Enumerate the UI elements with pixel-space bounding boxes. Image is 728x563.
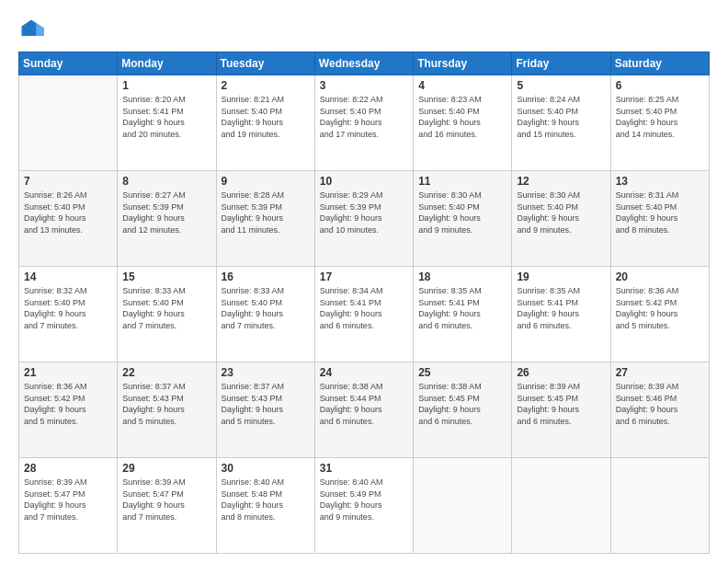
day-number: 9 (222, 175, 310, 188)
day-number: 8 (122, 175, 210, 188)
logo-icon (18, 17, 44, 42)
day-info: Sunrise: 8:36 AM Sunset: 5:42 PM Dayligh… (616, 285, 704, 331)
calendar-cell: 21Sunrise: 8:36 AM Sunset: 5:42 PM Dayli… (19, 362, 118, 458)
calendar-cell: 3Sunrise: 8:22 AM Sunset: 5:40 PM Daylig… (314, 75, 413, 171)
day-number: 7 (24, 175, 112, 188)
day-number: 18 (418, 270, 506, 283)
calendar-cell: 2Sunrise: 8:21 AM Sunset: 5:40 PM Daylig… (216, 75, 314, 171)
week-row-5: 28Sunrise: 8:39 AM Sunset: 5:47 PM Dayli… (19, 458, 710, 554)
calendar-cell: 5Sunrise: 8:24 AM Sunset: 5:40 PM Daylig… (512, 75, 610, 171)
day-number: 1 (122, 79, 210, 92)
calendar-cell (19, 75, 118, 171)
day-info: Sunrise: 8:33 AM Sunset: 5:40 PM Dayligh… (222, 285, 310, 331)
day-info: Sunrise: 8:33 AM Sunset: 5:40 PM Dayligh… (122, 285, 210, 331)
day-info: Sunrise: 8:26 AM Sunset: 5:40 PM Dayligh… (24, 190, 112, 236)
day-info: Sunrise: 8:30 AM Sunset: 5:40 PM Dayligh… (517, 190, 605, 236)
day-info: Sunrise: 8:23 AM Sunset: 5:40 PM Dayligh… (418, 94, 506, 140)
calendar-cell: 22Sunrise: 8:37 AM Sunset: 5:43 PM Dayli… (118, 362, 216, 458)
day-number: 16 (222, 270, 310, 283)
calendar-cell: 16Sunrise: 8:33 AM Sunset: 5:40 PM Dayli… (216, 267, 314, 362)
calendar-cell: 29Sunrise: 8:39 AM Sunset: 5:47 PM Dayli… (118, 458, 216, 554)
calendar-cell: 25Sunrise: 8:38 AM Sunset: 5:45 PM Dayli… (414, 362, 512, 458)
day-number: 20 (616, 270, 704, 283)
day-info: Sunrise: 8:21 AM Sunset: 5:40 PM Dayligh… (222, 94, 310, 140)
calendar-cell: 15Sunrise: 8:33 AM Sunset: 5:40 PM Dayli… (118, 267, 216, 362)
day-number: 22 (122, 366, 210, 379)
week-row-3: 14Sunrise: 8:32 AM Sunset: 5:40 PM Dayli… (19, 267, 710, 362)
calendar-cell: 30Sunrise: 8:40 AM Sunset: 5:48 PM Dayli… (216, 458, 314, 554)
day-info: Sunrise: 8:29 AM Sunset: 5:39 PM Dayligh… (320, 190, 408, 236)
header (18, 17, 710, 42)
day-number: 6 (616, 79, 704, 92)
day-info: Sunrise: 8:28 AM Sunset: 5:39 PM Dayligh… (222, 190, 310, 236)
weekday-header-thursday: Thursday (414, 52, 512, 75)
calendar-cell: 23Sunrise: 8:37 AM Sunset: 5:43 PM Dayli… (216, 362, 314, 458)
week-row-2: 7Sunrise: 8:26 AM Sunset: 5:40 PM Daylig… (19, 171, 710, 267)
week-row-4: 21Sunrise: 8:36 AM Sunset: 5:42 PM Dayli… (19, 362, 710, 458)
calendar-cell: 14Sunrise: 8:32 AM Sunset: 5:40 PM Dayli… (19, 267, 118, 362)
day-number: 17 (320, 270, 408, 283)
day-number: 19 (517, 270, 605, 283)
day-info: Sunrise: 8:37 AM Sunset: 5:43 PM Dayligh… (122, 381, 210, 427)
day-number: 12 (517, 175, 605, 188)
calendar-cell: 10Sunrise: 8:29 AM Sunset: 5:39 PM Dayli… (314, 171, 413, 267)
day-number: 21 (24, 366, 112, 379)
day-info: Sunrise: 8:39 AM Sunset: 5:45 PM Dayligh… (517, 381, 605, 427)
calendar-cell (512, 458, 610, 554)
weekday-header-saturday: Saturday (610, 52, 709, 75)
day-info: Sunrise: 8:38 AM Sunset: 5:45 PM Dayligh… (418, 381, 506, 427)
weekday-header-friday: Friday (512, 52, 610, 75)
day-info: Sunrise: 8:35 AM Sunset: 5:41 PM Dayligh… (418, 285, 506, 331)
calendar-cell: 28Sunrise: 8:39 AM Sunset: 5:47 PM Dayli… (19, 458, 118, 554)
calendar-cell: 20Sunrise: 8:36 AM Sunset: 5:42 PM Dayli… (610, 267, 709, 362)
day-info: Sunrise: 8:31 AM Sunset: 5:40 PM Dayligh… (616, 190, 704, 236)
day-number: 24 (320, 366, 408, 379)
day-number: 31 (320, 462, 408, 475)
day-info: Sunrise: 8:22 AM Sunset: 5:40 PM Dayligh… (320, 94, 408, 140)
calendar-cell: 18Sunrise: 8:35 AM Sunset: 5:41 PM Dayli… (414, 267, 512, 362)
calendar-cell: 31Sunrise: 8:40 AM Sunset: 5:49 PM Dayli… (314, 458, 413, 554)
day-number: 3 (320, 79, 408, 92)
day-info: Sunrise: 8:35 AM Sunset: 5:41 PM Dayligh… (517, 285, 605, 331)
calendar-cell: 7Sunrise: 8:26 AM Sunset: 5:40 PM Daylig… (19, 171, 118, 267)
weekday-header-row: SundayMondayTuesdayWednesdayThursdayFrid… (19, 52, 710, 75)
day-number: 23 (222, 366, 310, 379)
weekday-header-wednesday: Wednesday (314, 52, 413, 75)
day-info: Sunrise: 8:39 AM Sunset: 5:47 PM Dayligh… (24, 477, 112, 523)
calendar-cell: 4Sunrise: 8:23 AM Sunset: 5:40 PM Daylig… (414, 75, 512, 171)
calendar-table: SundayMondayTuesdayWednesdayThursdayFrid… (18, 52, 710, 554)
day-number: 11 (418, 175, 506, 188)
calendar-cell: 17Sunrise: 8:34 AM Sunset: 5:41 PM Dayli… (314, 267, 413, 362)
calendar-cell: 19Sunrise: 8:35 AM Sunset: 5:41 PM Dayli… (512, 267, 610, 362)
weekday-header-tuesday: Tuesday (216, 52, 314, 75)
day-info: Sunrise: 8:32 AM Sunset: 5:40 PM Dayligh… (24, 285, 112, 331)
day-info: Sunrise: 8:39 AM Sunset: 5:47 PM Dayligh… (122, 477, 210, 523)
calendar-cell: 1Sunrise: 8:20 AM Sunset: 5:41 PM Daylig… (118, 75, 216, 171)
day-number: 4 (418, 79, 506, 92)
day-info: Sunrise: 8:24 AM Sunset: 5:40 PM Dayligh… (517, 94, 605, 140)
day-info: Sunrise: 8:36 AM Sunset: 5:42 PM Dayligh… (24, 381, 112, 427)
calendar-cell (610, 458, 709, 554)
calendar-cell: 9Sunrise: 8:28 AM Sunset: 5:39 PM Daylig… (216, 171, 314, 267)
day-info: Sunrise: 8:30 AM Sunset: 5:40 PM Dayligh… (418, 190, 506, 236)
weekday-header-monday: Monday (118, 52, 216, 75)
day-number: 25 (418, 366, 506, 379)
svg-marker-1 (36, 23, 44, 36)
day-number: 30 (222, 462, 310, 475)
logo (18, 17, 48, 42)
day-number: 10 (320, 175, 408, 188)
weekday-header-sunday: Sunday (19, 52, 118, 75)
day-info: Sunrise: 8:25 AM Sunset: 5:40 PM Dayligh… (616, 94, 704, 140)
week-row-1: 1Sunrise: 8:20 AM Sunset: 5:41 PM Daylig… (19, 75, 710, 171)
day-number: 5 (517, 79, 605, 92)
calendar-cell: 8Sunrise: 8:27 AM Sunset: 5:39 PM Daylig… (118, 171, 216, 267)
calendar-cell: 24Sunrise: 8:38 AM Sunset: 5:44 PM Dayli… (314, 362, 413, 458)
calendar-cell: 27Sunrise: 8:39 AM Sunset: 5:46 PM Dayli… (610, 362, 709, 458)
day-info: Sunrise: 8:39 AM Sunset: 5:46 PM Dayligh… (616, 381, 704, 427)
calendar-cell: 13Sunrise: 8:31 AM Sunset: 5:40 PM Dayli… (610, 171, 709, 267)
day-number: 29 (122, 462, 210, 475)
day-number: 14 (24, 270, 112, 283)
day-number: 28 (24, 462, 112, 475)
day-number: 2 (222, 79, 310, 92)
day-number: 27 (616, 366, 704, 379)
